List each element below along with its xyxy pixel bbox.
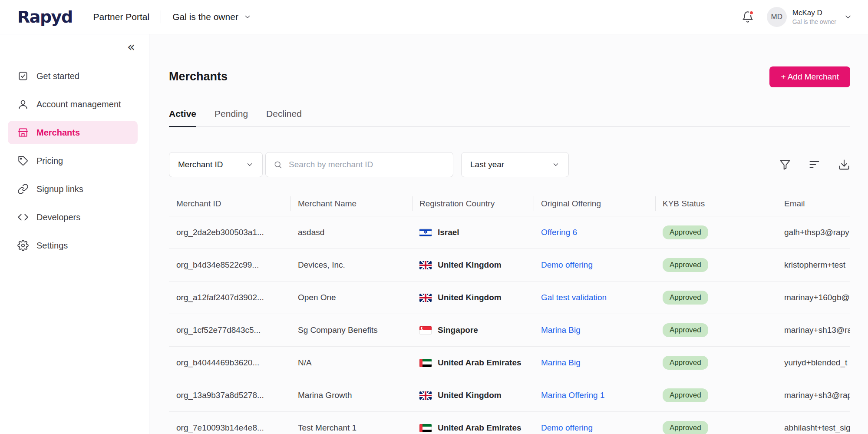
avatar: MD [767,7,787,27]
offering-cell: Marina Offering 1 [534,391,655,400]
sidebar-item-merchants[interactable]: Merchants [8,121,138,144]
email-cell: galh+thsp3@rapy [777,228,850,237]
offering-link[interactable]: Demo offering [541,260,593,269]
merchant-name-cell: Marina Growth [290,391,412,400]
table-row[interactable]: org_a12faf2407d3902... Open One United K… [169,282,850,314]
sidebar-item-developers[interactable]: Developers [8,205,138,229]
download-icon [838,159,850,171]
country-flag-icon [419,294,432,302]
download-button[interactable] [838,159,850,171]
country-name: Israel [438,228,459,237]
kyb-status-cell: Approved [655,356,777,370]
date-range-select[interactable]: Last year [461,152,569,177]
country-name: Singapore [438,325,478,335]
offering-cell: Demo offering [534,423,655,433]
owner-dropdown[interactable]: Gal is the owner [172,12,251,22]
offering-link[interactable]: Marina Big [541,325,581,335]
table-row[interactable]: org_13a9b37a8d5278... Marina Growth Unit… [169,379,850,412]
owner-dropdown-label: Gal is the owner [172,12,238,22]
offering-link[interactable]: Demo offering [541,423,593,432]
user-name: McKay D [792,9,836,17]
offering-link[interactable]: Gal test validation [541,293,607,302]
chevron-down-icon [844,13,852,21]
search-field-select-value: Merchant ID [178,160,223,169]
column-header: Merchant Name [290,199,412,209]
table-header-row: Merchant ID Merchant Name Registration C… [169,191,850,216]
country-cell: United Kingdom [412,391,534,400]
sidebar-item-signup-links[interactable]: Signup links [8,177,138,201]
sidebar-item-settings[interactable]: Settings [8,234,138,257]
offering-link[interactable]: Marina Offering 1 [541,391,604,400]
country-cell: United Kingdom [412,293,534,302]
country-name: United Kingdom [438,293,502,302]
table-row[interactable]: org_2da2eb300503a1... asdasd Israel Offe… [169,216,850,249]
country-flag-icon [419,229,432,237]
kyb-status-cell: Approved [655,225,777,239]
merchant-id-cell: org_2da2eb300503a1... [169,228,290,237]
search-field-select[interactable]: Merchant ID [169,152,263,177]
chevron-down-icon [244,13,251,21]
topbar: Rapyd Partner Portal Gal is the owner MD… [0,0,868,34]
filter-button[interactable] [779,159,791,171]
sidebar-item-get-started[interactable]: Get started [8,64,138,88]
offering-cell: Demo offering [534,260,655,270]
sidebar-item-pricing[interactable]: Pricing [8,149,138,172]
offering-cell: Gal test validation [534,293,655,302]
kyb-status-badge: Approved [663,356,708,370]
email-cell: yuriyd+blended_t [777,358,850,368]
table-row[interactable]: org_1cf52e77d843c5... Sg Company Benefit… [169,314,850,347]
sort-button[interactable] [809,159,821,171]
offering-link[interactable]: Offering 6 [541,228,577,237]
funnel-icon [779,159,791,171]
notifications-button[interactable] [742,11,754,23]
tab-pending[interactable]: Pending [215,109,248,127]
offering-cell: Offering 6 [534,228,655,237]
chevron-down-icon [246,161,254,169]
filter-actions [779,159,850,171]
sidebar-item-label: Developers [36,212,80,222]
rapyd-logo[interactable]: Rapyd [17,7,73,27]
user-icon [17,99,29,110]
sidebar-collapse-button[interactable]: « [127,40,135,53]
user-meta: McKay D Gal is the owner [792,9,836,25]
email-cell: marinay+160gb@ [777,293,850,302]
country-flag-icon [419,326,432,335]
tab-active[interactable]: Active [169,109,196,127]
sidebar-item-label: Account management [36,99,121,109]
column-header: Registration Country [412,199,534,209]
kyb-status-cell: Approved [655,323,777,337]
sidebar-item-account-management[interactable]: Account management [8,93,138,116]
offering-cell: Marina Big [534,358,655,368]
portal-label: Partner Portal [93,12,150,22]
offering-cell: Marina Big [534,325,655,335]
table-row[interactable]: org_b4d34e8522c99... Devices, Inc. Unite… [169,249,850,282]
table-row[interactable]: org_7e10093b14e4e8... Test Merchant 1 Un… [169,412,850,434]
country-flag-icon [419,424,432,432]
merchant-id-cell: org_b4d34e8522c99... [169,260,290,270]
link-icon [17,183,29,195]
kyb-status-cell: Approved [655,421,777,434]
offering-link[interactable]: Marina Big [541,358,581,367]
add-merchant-button[interactable]: + Add Merchant [769,66,850,87]
merchant-id-cell: org_a12faf2407d3902... [169,293,290,302]
sidebar: « Get started Account management Merchan… [0,34,149,434]
merchant-name-cell: N/A [290,358,412,368]
tab-declined[interactable]: Declined [266,109,302,127]
country-cell: United Kingdom [412,260,534,270]
table-body: org_2da2eb300503a1... asdasd Israel Offe… [169,216,850,434]
merchant-name-cell: Devices, Inc. [290,260,412,270]
sidebar-item-label: Settings [36,241,68,251]
kyb-status-cell: Approved [655,258,777,272]
sidebar-item-label: Merchants [36,128,80,138]
search-input[interactable] [288,159,445,170]
sidebar-item-label: Get started [36,71,79,81]
table-row[interactable]: org_b4044469b3620... N/A United Arab Emi… [169,347,850,379]
country-name: United Kingdom [438,260,502,270]
merchant-name-cell: Test Merchant 1 [290,423,412,433]
notification-dot [749,10,754,15]
country-name: United Arab Emirates [438,358,521,368]
search-box [265,152,453,177]
merchant-name-cell: Sg Company Benefits [290,325,412,335]
user-menu[interactable]: MD McKay D Gal is the owner [767,7,852,27]
search-icon [274,160,282,169]
